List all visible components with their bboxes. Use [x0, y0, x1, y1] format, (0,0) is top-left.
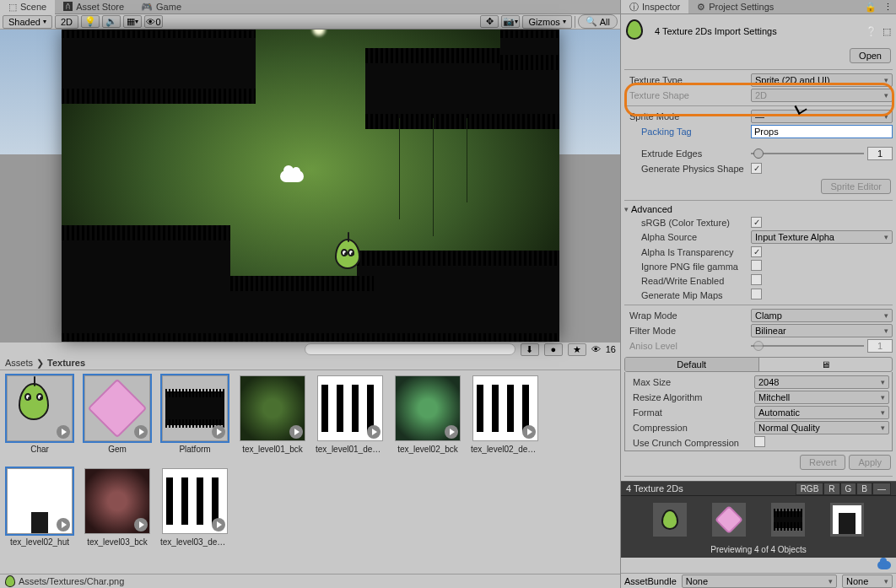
scene-view[interactable] [0, 30, 620, 342]
ignore-png-label: Ignore PNG file gamma [629, 262, 751, 272]
tab-scene-label: Scene [20, 2, 46, 12]
bulb-icon: 💡 [84, 16, 96, 27]
tab-project-settings[interactable]: ⚙Project Settings [688, 0, 782, 13]
camera-btn[interactable]: 📷▾ [501, 15, 520, 28]
asset-item-tex01bck[interactable]: tex_level01_bck [238, 375, 307, 460]
ignore-png-checkbox[interactable] [751, 260, 762, 271]
platform-tab-default[interactable]: Default [625, 358, 759, 371]
rgb-button[interactable]: RGB [796, 483, 824, 495]
advanced-foldout[interactable]: Advanced [624, 203, 893, 215]
tab-inspector[interactable]: ⓘInspector [621, 0, 688, 13]
mode-2d-toggle[interactable]: 2D [55, 15, 78, 29]
packing-tag-input[interactable] [751, 125, 893, 138]
filter-btn-1[interactable]: ⬇ [521, 343, 539, 356]
asset-item-tex01design[interactable]: tex_level01_design [316, 375, 385, 460]
asset-item-gem[interactable]: Gem [83, 375, 152, 460]
read-write-checkbox[interactable] [751, 274, 762, 285]
asset-bundle-variant-dropdown[interactable]: None [842, 575, 893, 588]
preview-strip: 4 Texture 2Ds RGB R G B — Previewing 4 o… [621, 481, 896, 558]
wrap-mode-dropdown[interactable]: Clamp [751, 309, 893, 322]
gen-physics-checkbox[interactable] [751, 163, 762, 174]
hidden-toggle[interactable]: 👁0 [144, 15, 163, 28]
breadcrumb-folder[interactable]: Textures [47, 358, 85, 368]
alpha-source-dropdown[interactable]: Input Texture Alpha [751, 230, 893, 244]
r-button[interactable]: R [823, 483, 839, 495]
resize-dropdown[interactable]: Mitchell [754, 391, 889, 404]
asset-item-platform[interactable]: Platform [160, 375, 229, 460]
play-icon [445, 425, 458, 439]
srgb-checkbox[interactable] [751, 217, 762, 228]
play-icon [212, 425, 225, 439]
tab-project-settings-label: Project Settings [709, 2, 774, 12]
asset-bundle-variant-value: None [846, 576, 868, 586]
asset-item-tex03design[interactable]: tex_level03_design [160, 468, 229, 553]
collab-row [621, 558, 896, 573]
texture-type-dropdown[interactable]: Sprite (2D and UI) [751, 73, 893, 87]
lock-icon[interactable]: 🔒 [861, 0, 880, 13]
asset-item-tex02bck[interactable]: tex_level02_bck [393, 375, 462, 460]
crunch-checkbox[interactable] [754, 436, 765, 447]
shading-mode-dropdown[interactable]: Shaded▾ [3, 15, 52, 29]
status-bar: Assets/Textures/Char.png [0, 574, 620, 588]
filter-btn-2[interactable]: ● [544, 343, 563, 356]
tab-asset-store[interactable]: 🅰Asset Store [55, 0, 132, 13]
project-search-input[interactable] [305, 343, 515, 355]
wrap-mode-value: Clamp [755, 310, 782, 321]
asset-item-char[interactable]: Char [5, 375, 74, 460]
alpha-source-value: Input Texture Alpha [755, 232, 834, 242]
light-toggle[interactable]: 💡 [81, 15, 100, 28]
asset-grid[interactable]: Char Gem Platform tex_level01_bck tex_le… [0, 370, 620, 574]
menu-icon[interactable]: ⋮ [880, 0, 896, 13]
aniso-label: Aniso Level [629, 341, 751, 351]
preset-icon[interactable]: ⬚ [883, 26, 891, 37]
breadcrumb-root[interactable]: Assets [5, 358, 33, 368]
help-icon[interactable]: ❔ [866, 26, 877, 37]
play-icon [57, 425, 70, 439]
max-size-value: 2048 [758, 377, 779, 387]
sprite-mode-value: — [755, 111, 764, 121]
scene-tab-strip: ⬚Scene 🅰Asset Store 🎮Game [0, 0, 620, 14]
tool-handle-btn[interactable]: ✥ [480, 15, 499, 28]
status-path: Assets/Textures/Char.png [19, 576, 124, 586]
apply-button[interactable]: Apply [849, 455, 891, 470]
extrude-value[interactable]: 1 [867, 147, 893, 160]
preview-caption: Previewing 4 of 4 Objects [621, 543, 896, 558]
fx-toggle[interactable]: ▦▾ [123, 15, 142, 28]
gizmos-dropdown[interactable]: Gizmos▾ [522, 15, 571, 29]
play-icon [367, 425, 381, 439]
preview-thumb-1 [653, 503, 687, 537]
asset-item-tex03bck[interactable]: tex_level03_bck [83, 468, 152, 553]
layers-all-label: All [600, 17, 610, 27]
audio-toggle[interactable]: 🔉 [102, 15, 121, 28]
revert-button[interactable]: Revert [800, 455, 845, 470]
sprite-editor-button[interactable]: Sprite Editor [821, 179, 891, 194]
format-dropdown[interactable]: Automatic [754, 406, 889, 419]
asset-item-tex02design[interactable]: tex_level02_design [471, 375, 540, 460]
g-button[interactable]: G [840, 483, 857, 495]
packing-tag-label: Packing Tag [629, 127, 751, 137]
open-button[interactable]: Open [850, 48, 891, 63]
sprite-mode-dropdown[interactable]: — [751, 110, 893, 123]
alpha-transp-checkbox[interactable] [751, 246, 762, 257]
filter-btn-3[interactable]: ★ [568, 343, 586, 356]
tab-game[interactable]: 🎮Game [132, 0, 190, 14]
asset-label: tex_level02_design [471, 445, 540, 454]
layers-search[interactable]: 🔍All [578, 14, 618, 29]
camera-icon: 📷 [503, 16, 515, 27]
tab-scene[interactable]: ⬚Scene [0, 0, 55, 14]
compression-dropdown[interactable]: Normal Quality [754, 421, 889, 434]
mip-slider[interactable]: — [872, 483, 891, 495]
b-button[interactable]: B [856, 483, 872, 495]
filter-mode-dropdown[interactable]: Bilinear [751, 324, 893, 337]
asset-item-tex02hut[interactable]: tex_level02_hut [5, 468, 74, 553]
gen-mips-checkbox[interactable] [751, 289, 762, 299]
cloud-icon[interactable] [877, 561, 891, 569]
preview-title: 4 Texture 2Ds [626, 483, 683, 494]
platform-tabs: Default 🖥 [624, 357, 893, 372]
max-size-dropdown[interactable]: 2048 [754, 375, 889, 389]
asset-bundle-dropdown[interactable]: None [682, 575, 837, 588]
extrude-slider[interactable] [751, 153, 864, 154]
texture-shape-dropdown: 2D [751, 89, 893, 102]
play-icon [289, 425, 303, 439]
platform-tab-override[interactable]: 🖥 [759, 358, 893, 371]
